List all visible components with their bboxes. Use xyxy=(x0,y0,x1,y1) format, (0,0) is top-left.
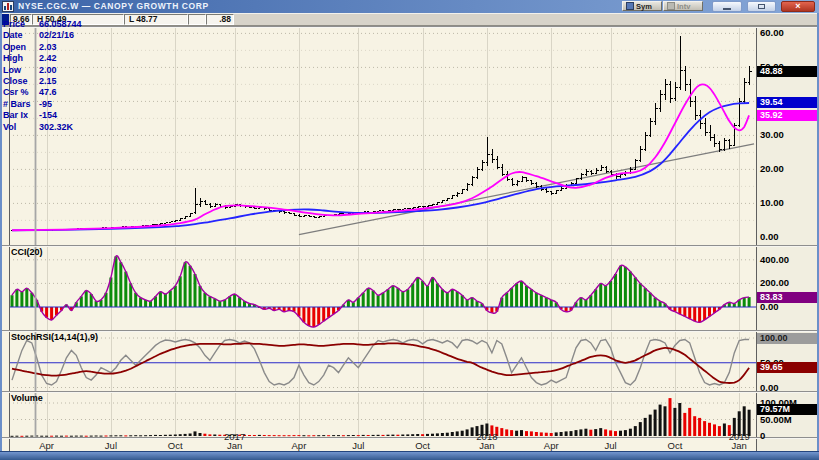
window-border-left xyxy=(0,13,2,460)
readout-label: Date xyxy=(3,30,39,40)
volume-axis-tick: 50.00M xyxy=(760,415,792,425)
price-axis-tick: 30.00 xyxy=(760,130,784,140)
x-axis-year: 2017 xyxy=(215,432,255,441)
volume-axis-tick: 0 xyxy=(760,431,765,441)
stochrsi-axis-badge: 39.65 xyxy=(757,362,818,373)
chart-window: NYSE.CGC.W — CANOPY GROWTH CORP Sym Intv… xyxy=(0,0,819,460)
readout-value: 2.42 xyxy=(39,53,57,63)
readout-row: High2.42 xyxy=(3,53,82,64)
price-axis-tick: 20.00 xyxy=(760,164,784,174)
x-axis-tick: Oct xyxy=(403,441,443,450)
readout-label: Bar Ix xyxy=(3,110,39,120)
x-axis-year: 2019 xyxy=(719,432,759,441)
x-axis-tick: Oct xyxy=(155,441,195,450)
readout-label: # Bars xyxy=(3,99,39,109)
price-axis-tick: 60.00 xyxy=(760,28,784,38)
window-border-bottom[interactable] xyxy=(0,451,819,460)
stochrsi-axis-badge: 100.00 xyxy=(757,333,818,344)
x-axis-tick: Apr xyxy=(531,441,571,450)
readout-row: Price66.058744 xyxy=(3,19,82,30)
x-axis-tick: Jul xyxy=(91,441,131,450)
x-axis-tick: Jul xyxy=(591,441,631,450)
cci-panel-label: CCI(20) xyxy=(11,247,43,257)
readout-row: # Bars-95 xyxy=(3,99,82,110)
price-axis-badge: 35.92 xyxy=(757,110,818,121)
volume-axis-tick: 100.00M xyxy=(760,398,797,408)
readout-row: Low2.00 xyxy=(3,65,82,76)
x-axis-tick: Oct xyxy=(655,441,695,450)
readout-row: Close2.15 xyxy=(3,76,82,87)
x-axis-tick: Jan xyxy=(467,441,507,450)
cci-axis-tick: 400.00 xyxy=(760,255,789,265)
stochrsi-axis-tick: 50.00 xyxy=(760,358,784,368)
data-readout-panel: Price66.058744Date02/21/16Open2.03High2.… xyxy=(3,19,82,133)
readout-value: 02/21/16 xyxy=(39,30,74,40)
readout-value: 2.15 xyxy=(39,76,57,86)
price-axis-tick: 10.00 xyxy=(760,198,784,208)
x-axis-tick: Apr xyxy=(27,441,67,450)
x-axis-year: 2018 xyxy=(467,432,507,441)
x-axis-tick: Jan xyxy=(215,441,255,450)
x-axis-tick: Apr xyxy=(279,441,319,450)
readout-label: Price xyxy=(3,19,39,29)
readout-label: Low xyxy=(3,65,39,75)
readout-row: Vol302.32K xyxy=(3,122,82,133)
price-axis-tick: 50.00 xyxy=(760,62,784,72)
chart-canvas xyxy=(0,0,819,460)
cci-axis-tick: 0.00 xyxy=(760,302,779,312)
readout-label: Open xyxy=(3,42,39,52)
readout-label: Vol xyxy=(3,122,39,132)
volume-panel-label: Volume xyxy=(11,393,43,403)
axis-labels-layer: 60.0050.0030.0020.0010.000.0048.8839.543… xyxy=(0,0,819,460)
readout-row: Date02/21/16 xyxy=(3,30,82,41)
readout-label: Csr % xyxy=(3,87,39,97)
price-axis-tick: 0.00 xyxy=(760,232,779,242)
volume-axis-badge: 79.57M xyxy=(757,404,818,415)
price-axis-badge: 48.88 xyxy=(757,66,818,77)
cci-axis-badge: 83.83 xyxy=(757,292,818,303)
readout-value: 66.058744 xyxy=(39,19,82,29)
cci-axis-tick: 200.00 xyxy=(760,278,789,288)
stochrsi-panel-label: StochRSI(14,14(1),9) xyxy=(11,332,98,342)
chart-area[interactable]: 60.0050.0030.0020.0010.000.0048.8839.543… xyxy=(0,0,819,460)
readout-label: High xyxy=(3,53,39,63)
readout-label: Close xyxy=(3,76,39,86)
readout-value: 2.00 xyxy=(39,65,57,75)
readout-value: 302.32K xyxy=(39,122,73,132)
readout-row: Csr %47.6 xyxy=(3,87,82,98)
stochrsi-axis-tick: 0.00 xyxy=(760,383,779,393)
readout-value: 2.03 xyxy=(39,42,57,52)
readout-value: -95 xyxy=(39,99,52,109)
readout-value: 47.6 xyxy=(39,87,57,97)
price-axis-badge: 39.54 xyxy=(757,97,818,108)
readout-value: -154 xyxy=(39,110,57,120)
x-axis-tick: Jul xyxy=(338,441,378,450)
readout-row: Bar Ix-154 xyxy=(3,110,82,121)
x-axis-tick: Jan xyxy=(719,441,759,450)
readout-row: Open2.03 xyxy=(3,42,82,53)
